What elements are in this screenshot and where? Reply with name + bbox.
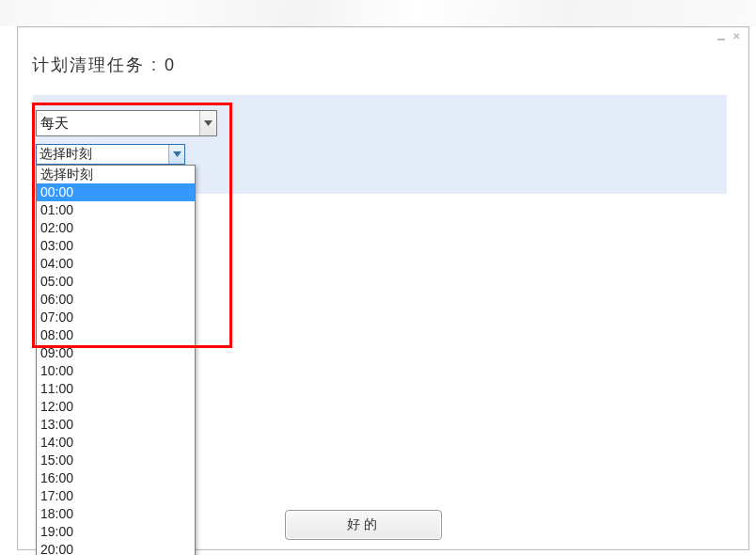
time-option[interactable]: 00:00 <box>37 183 195 201</box>
dialog-window: 计划清理任务 : 0 每天 选择时刻 选择时刻00:0001:0002:0003… <box>17 26 749 550</box>
frequency-select-value: 每天 <box>37 115 199 133</box>
time-option[interactable]: 选择时刻 <box>37 166 195 183</box>
time-option[interactable]: 04:00 <box>37 255 195 273</box>
svg-marker-1 <box>173 151 181 157</box>
time-option[interactable]: 15:00 <box>37 452 195 469</box>
time-option[interactable]: 11:00 <box>37 380 195 398</box>
time-option[interactable]: 09:00 <box>37 344 195 362</box>
window-controls <box>715 31 743 42</box>
time-option[interactable]: 19:00 <box>37 523 195 541</box>
chevron-down-icon <box>199 111 216 135</box>
time-option[interactable]: 06:00 <box>37 291 195 309</box>
time-option[interactable]: 14:00 <box>37 434 195 452</box>
window-glare <box>0 0 756 26</box>
time-option[interactable]: 20:00 <box>37 541 195 555</box>
close-button[interactable] <box>730 31 743 42</box>
time-option[interactable]: 02:00 <box>37 219 195 237</box>
ok-button[interactable]: 好的 <box>285 510 442 540</box>
time-option[interactable]: 07:00 <box>37 309 195 326</box>
chevron-down-icon <box>168 145 184 164</box>
time-option[interactable]: 01:00 <box>37 201 195 219</box>
ok-button-label: 好的 <box>347 516 381 533</box>
time-option[interactable]: 18:00 <box>37 505 195 523</box>
time-option[interactable]: 12:00 <box>37 398 195 416</box>
time-option[interactable]: 05:00 <box>37 273 195 291</box>
time-select-value: 选择时刻 <box>37 146 168 163</box>
frequency-select[interactable]: 每天 <box>36 110 217 136</box>
time-option[interactable]: 13:00 <box>37 416 195 434</box>
time-option[interactable]: 16:00 <box>37 469 195 487</box>
minimize-button[interactable] <box>715 31 728 42</box>
svg-marker-0 <box>204 120 213 126</box>
time-option[interactable]: 03:00 <box>37 237 195 255</box>
time-dropdown[interactable]: 选择时刻00:0001:0002:0003:0004:0005:0006:000… <box>36 165 196 555</box>
time-option[interactable]: 08:00 <box>37 326 195 344</box>
time-option[interactable]: 17:00 <box>37 487 195 505</box>
time-select[interactable]: 选择时刻 <box>36 144 185 165</box>
time-option[interactable]: 10:00 <box>37 362 195 380</box>
dialog-title: 计划清理任务 : 0 <box>32 54 176 76</box>
